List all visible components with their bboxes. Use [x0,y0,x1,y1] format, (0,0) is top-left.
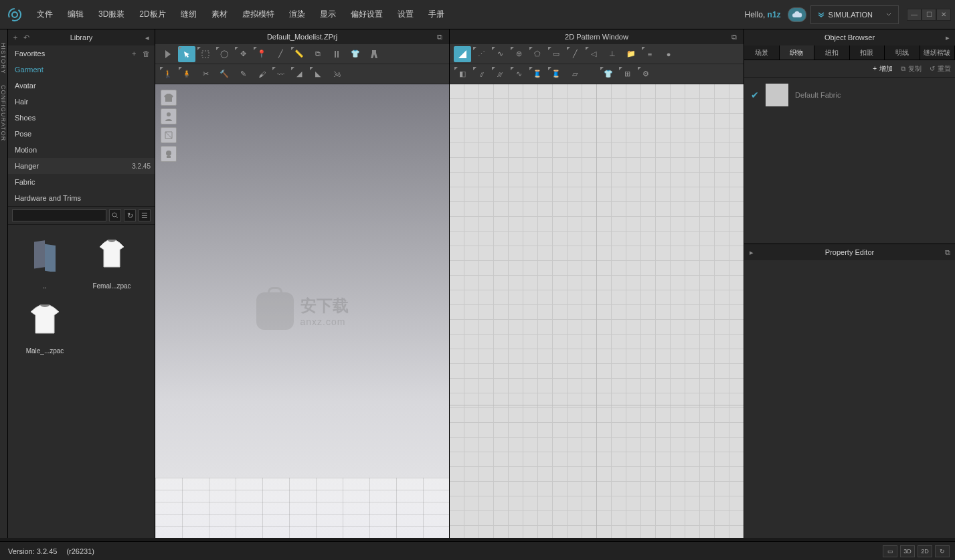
view-flat-icon[interactable] [161,127,177,143]
window-close-button[interactable]: ✕ [936,9,951,21]
list-view-icon[interactable]: ☰ [139,209,151,221]
avatar-walk-icon[interactable]: 🚶 [159,66,177,82]
action-reset[interactable]: ↺ 重置 [930,64,951,74]
fabric-swatch[interactable] [766,84,788,106]
settings-icon[interactable]: ⚙ [637,66,655,82]
lib-hardware[interactable]: Hardware and Trims [8,190,155,206]
action-copy[interactable]: ⧉ 复制 [901,64,922,74]
pin-icon[interactable]: ▸ [747,248,756,257]
fold-icon[interactable]: ◢ [290,66,308,82]
view-split-icon[interactable]: ▭ [883,545,897,557]
lib-hanger[interactable]: Hanger3.2.45 [8,158,155,174]
tab-button[interactable]: 纽扣 [814,45,850,60]
2d-viewport[interactable] [450,84,744,538]
tape-icon[interactable]: ⧉ [309,46,327,62]
library-add-icon[interactable]: + [11,33,20,42]
scissors-icon[interactable]: ✂ [197,66,214,82]
seam-icon[interactable]: ≡ [641,46,659,62]
trace-icon[interactable]: ◧ [454,66,471,82]
box-select-icon[interactable] [197,46,214,62]
3d-viewport[interactable]: 安下载 anxz.com [155,84,449,538]
simulation-button[interactable]: SIMULATION [810,5,899,24]
internal-line-icon[interactable]: ╱ [566,46,584,62]
view-head-icon[interactable] [161,146,177,162]
garment-icon[interactable]: 👕 [347,46,364,62]
thumb-up-folder[interactable]: .. [15,231,75,290]
tab-fabric[interactable]: 织物 [780,45,815,60]
menu-material[interactable]: 素材 [204,0,235,29]
lib-hair[interactable]: Hair [8,94,155,110]
circle-icon[interactable]: ● [660,46,677,62]
measure-icon[interactable]: 📏 [290,46,308,62]
tab-buttonhole[interactable]: 扣眼 [850,45,885,60]
sew-select-icon[interactable]: ⫽ [472,66,490,82]
fabric-row[interactable]: ✔ Default Fabric [748,82,951,108]
lasso-icon[interactable]: ◯ [215,46,233,62]
menu-settings[interactable]: 设置 [390,0,421,29]
view-3d-button[interactable]: 3D [900,545,915,557]
rect-icon[interactable]: ▭ [547,46,565,62]
lib-favorites[interactable]: Favorites +🗑 [8,45,155,62]
menu-manual[interactable]: 手册 [421,0,452,29]
move-icon[interactable]: ✥ [234,46,252,62]
lib-shoes[interactable]: Shoes [8,110,155,126]
lib-fabric[interactable]: Fabric [8,174,155,190]
tab-configurator[interactable]: CONFIGURATOR [0,80,7,147]
select-icon[interactable] [178,46,195,62]
menu-3d-garment[interactable]: 3D服装 [91,0,132,29]
fold2-icon[interactable]: ◣ [309,66,327,82]
menu-display[interactable]: 显示 [313,0,343,29]
hammer-icon[interactable]: 🔨 [215,66,233,82]
pants-icon[interactable] [365,46,383,62]
collapse-icon[interactable]: ◂ [143,33,152,42]
lib-motion[interactable]: Motion [8,142,155,158]
folder-icon[interactable]: 📁 [622,46,640,62]
lib-pose[interactable]: Pose [8,126,155,142]
polygon-icon[interactable]: ⬠ [529,46,546,62]
action-add[interactable]: + 增加 [873,64,893,74]
popout-icon[interactable]: ⧉ [943,248,952,257]
notch-icon[interactable]: ⊥ [604,46,621,62]
curve-icon[interactable]: 〰 [272,66,289,82]
refresh-icon[interactable]: ↻ [935,545,950,557]
window-maximize-button[interactable]: ☐ [922,9,936,21]
shirt-icon[interactable]: 👕 [600,66,617,82]
simulate-icon[interactable] [159,46,177,62]
sewing-machine-icon[interactable]: 🧵 [529,66,546,82]
point-icon[interactable]: ⋰ [472,46,490,62]
plus-icon[interactable]: + [132,50,140,58]
menu-2d-pattern[interactable]: 2D板片 [132,0,173,29]
grading-icon[interactable]: ⊞ [618,66,636,82]
popout-icon[interactable]: ⧉ [437,33,445,41]
menu-file[interactable]: 文件 [29,0,60,29]
collapse-icon[interactable]: ▸ [943,33,952,42]
check-icon[interactable]: ✔ [751,90,759,100]
segment-sew-icon[interactable]: ⫻ [491,66,509,82]
tab-topstitch[interactable]: 明线 [885,45,920,60]
menu-avatar[interactable]: 虚拟模特 [235,0,282,29]
wind-icon[interactable]: 🌬 [328,66,345,82]
brush-icon[interactable]: 🖌 [253,66,270,82]
pen-icon[interactable]: ✎ [234,66,252,82]
undo-icon[interactable]: ↶ [21,33,31,42]
window-minimize-button[interactable]: — [907,9,922,21]
trash-icon[interactable]: 🗑 [143,50,151,58]
menu-edit[interactable]: 编辑 [60,0,91,29]
cloud-sync-button[interactable] [788,7,806,22]
view-garment-icon[interactable] [161,90,177,106]
pin-icon[interactable]: 📍 [253,46,270,62]
thumb-female-tshirt[interactable]: Femal...zpac [82,231,142,290]
curve-point-icon[interactable]: ∿ [491,46,509,62]
zipper-icon[interactable] [328,46,345,62]
lib-avatar[interactable]: Avatar [8,78,155,94]
search-icon[interactable] [109,209,121,221]
tab-pucker[interactable]: 缝纫褶皱 [920,45,956,60]
line-icon[interactable]: ╱ [272,46,289,62]
free-sew-icon[interactable]: ∿ [510,66,527,82]
refresh-icon[interactable]: ↻ [124,209,136,221]
popout-icon[interactable]: ⧉ [731,33,740,41]
iron-icon[interactable]: ▱ [566,66,584,82]
lib-garment[interactable]: Garment [8,62,155,78]
search-input[interactable] [12,209,106,221]
avatar-pose-icon[interactable]: 🧍 [178,66,195,82]
